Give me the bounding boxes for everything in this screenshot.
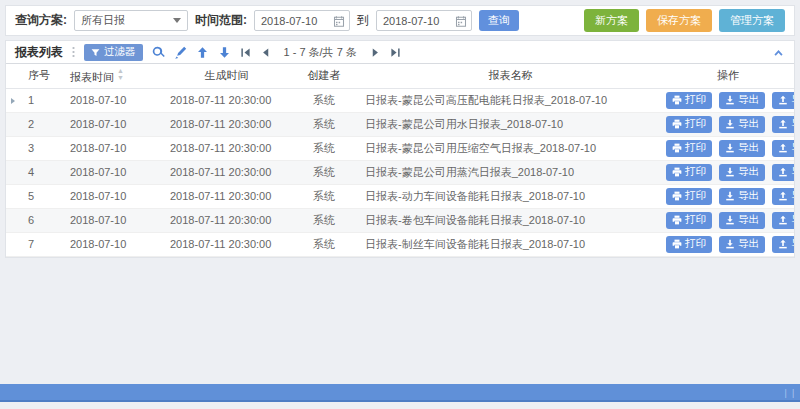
export-button-label: 导出 <box>738 213 759 227</box>
export-button[interactable]: 导出 <box>719 212 765 229</box>
pager-status: 1 - 7 条/共 7 条 <box>280 45 361 60</box>
export-button[interactable]: 导出 <box>719 140 765 157</box>
chevron-down-icon <box>173 18 181 23</box>
table-row[interactable]: 2 2018-07-10 2018-07-11 20:30:00 系统 日报表-… <box>6 112 794 136</box>
cell-gen-time: 2018-07-11 20:30:00 <box>164 208 289 232</box>
col-header-creator[interactable]: 创建者 <box>289 64 359 88</box>
print-button-label: 打印 <box>685 213 706 227</box>
print-button-label: 打印 <box>685 189 706 203</box>
cell-report-name: 日报表-蒙昆公司用压缩空气日报表_2018-07-10 <box>359 136 662 160</box>
query-bar: 查询方案: 所有日报 时间范围: 2018-07-10 到 2018-07-10… <box>5 5 795 36</box>
col-header-report-time[interactable]: 报表时间▲▼ <box>64 64 164 88</box>
date-from-input[interactable]: 2018-07-10 <box>254 10 350 31</box>
manage-plan-button[interactable]: 管理方案 <box>719 9 785 32</box>
search-icon[interactable] <box>152 46 165 59</box>
next-page-icon[interactable] <box>370 47 381 58</box>
upload-icon <box>778 167 788 177</box>
export-button[interactable]: 导出 <box>719 92 765 109</box>
col-header-name[interactable]: 报表名称 <box>359 64 662 88</box>
print-button-label: 打印 <box>685 93 706 107</box>
plan-select[interactable]: 所有日报 <box>74 10 188 31</box>
export-button-label: 导出 <box>738 141 759 155</box>
current-row-icon <box>11 98 15 104</box>
import-button[interactable]: 导入 <box>772 116 794 133</box>
import-button[interactable]: 导入 <box>772 188 794 205</box>
new-plan-button[interactable]: 新方案 <box>584 9 639 32</box>
printer-icon <box>672 239 682 249</box>
table-row[interactable]: 6 2018-07-10 2018-07-11 20:30:00 系统 日报表-… <box>6 208 794 232</box>
print-button-label: 打印 <box>685 165 706 179</box>
cell-actions: 打印 导出 导入 <box>662 232 794 256</box>
download-icon <box>725 215 735 225</box>
table-row[interactable]: 5 2018-07-10 2018-07-11 20:30:00 系统 日报表-… <box>6 184 794 208</box>
print-button[interactable]: 打印 <box>666 116 712 133</box>
row-marker-cell <box>6 184 22 208</box>
table-row[interactable]: 4 2018-07-10 2018-07-11 20:30:00 系统 日报表-… <box>6 160 794 184</box>
date-from-value: 2018-07-10 <box>261 15 317 27</box>
import-button[interactable]: 导入 <box>772 164 794 181</box>
print-button[interactable]: 打印 <box>666 236 712 253</box>
import-button[interactable]: 导入 <box>772 140 794 157</box>
export-button-label: 导出 <box>738 237 759 251</box>
table-row[interactable]: 1 2018-07-10 2018-07-11 20:30:00 系统 日报表-… <box>6 88 794 112</box>
export-button[interactable]: 导出 <box>719 116 765 133</box>
print-button[interactable]: 打印 <box>666 92 712 109</box>
upload-icon <box>778 143 788 153</box>
import-button[interactable]: 导入 <box>772 92 794 109</box>
last-page-icon[interactable] <box>390 47 401 58</box>
print-button[interactable]: 打印 <box>666 212 712 229</box>
cell-gen-time: 2018-07-11 20:30:00 <box>164 136 289 160</box>
move-down-icon[interactable] <box>218 46 231 59</box>
cell-report-name: 日报表-蒙昆公司高压配电能耗日报表_2018-07-10 <box>359 88 662 112</box>
export-button[interactable]: 导出 <box>719 236 765 253</box>
cell-creator: 系统 <box>289 232 359 256</box>
table-row[interactable]: 7 2018-07-10 2018-07-11 20:30:00 系统 日报表-… <box>6 232 794 256</box>
move-up-icon[interactable] <box>196 46 209 59</box>
export-button[interactable]: 导出 <box>719 188 765 205</box>
filter-button-label: 过滤器 <box>104 45 136 59</box>
first-page-icon[interactable] <box>240 47 251 58</box>
prev-page-icon[interactable] <box>260 47 271 58</box>
cell-no: 7 <box>22 232 64 256</box>
calendar-icon[interactable] <box>333 15 345 27</box>
export-button[interactable]: 导出 <box>719 164 765 181</box>
drag-grip-icon[interactable] <box>72 46 75 59</box>
col-header-no[interactable]: 序号 <box>22 64 64 88</box>
cell-no: 5 <box>22 184 64 208</box>
print-button-label: 打印 <box>685 141 706 155</box>
save-plan-button[interactable]: 保存方案 <box>646 9 712 32</box>
clear-filter-brush-icon[interactable] <box>174 46 187 59</box>
cell-gen-time: 2018-07-11 20:30:00 <box>164 232 289 256</box>
printer-icon <box>672 191 682 201</box>
row-marker-cell <box>6 208 22 232</box>
date-to-input[interactable]: 2018-07-10 <box>376 10 472 31</box>
import-button[interactable]: 导入 <box>772 212 794 229</box>
table-header-row: 序号 报表时间▲▼ 生成时间 创建者 报表名称 操作 <box>6 64 794 88</box>
import-button[interactable]: 导入 <box>772 236 794 253</box>
search-button[interactable]: 查询 <box>479 10 519 31</box>
print-button[interactable]: 打印 <box>666 188 712 205</box>
cell-gen-time: 2018-07-11 20:30:00 <box>164 88 289 112</box>
download-icon <box>725 191 735 201</box>
col-header-actions[interactable]: 操作 <box>662 64 794 88</box>
print-button[interactable]: 打印 <box>666 164 712 181</box>
calendar-icon[interactable] <box>455 15 467 27</box>
cell-report-time: 2018-07-10 <box>64 160 164 184</box>
upload-icon <box>778 239 788 249</box>
filter-button[interactable]: 过滤器 <box>84 44 143 61</box>
cell-report-time: 2018-07-10 <box>64 88 164 112</box>
scrollbar-grip-icon[interactable]: ❘❘ <box>782 388 797 398</box>
collapse-panel-icon[interactable] <box>772 46 785 59</box>
horizontal-scrollbar[interactable]: ❘❘ <box>0 384 800 402</box>
cell-report-name: 日报表-动力车间设备能耗日报表_2018-07-10 <box>359 184 662 208</box>
cell-no: 3 <box>22 136 64 160</box>
plan-label: 查询方案: <box>15 12 67 29</box>
print-button[interactable]: 打印 <box>666 140 712 157</box>
table-row[interactable]: 3 2018-07-10 2018-07-11 20:30:00 系统 日报表-… <box>6 136 794 160</box>
cell-no: 2 <box>22 112 64 136</box>
cell-actions: 打印 导出 导入 <box>662 112 794 136</box>
cell-gen-time: 2018-07-11 20:30:00 <box>164 112 289 136</box>
upload-icon <box>778 215 788 225</box>
col-header-gen-time[interactable]: 生成时间 <box>164 64 289 88</box>
cell-report-time: 2018-07-10 <box>64 232 164 256</box>
